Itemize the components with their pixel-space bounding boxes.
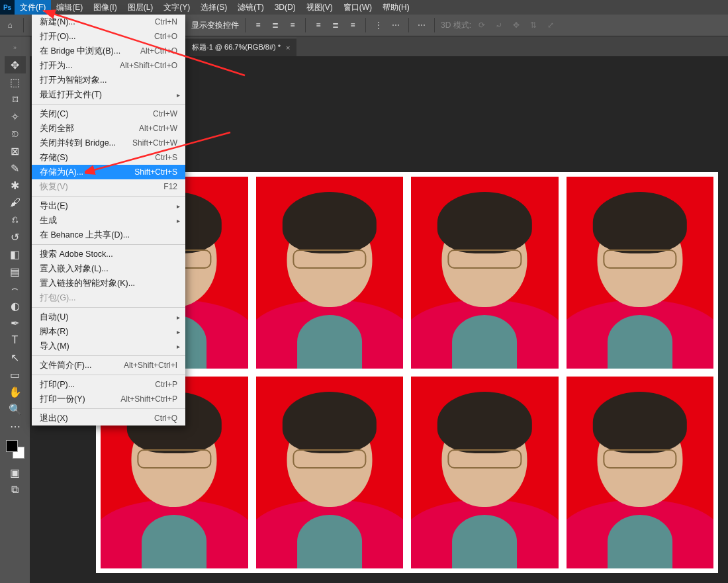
menu-separator — [32, 307, 185, 308]
fg-color[interactable] — [6, 440, 18, 452]
tool-type[interactable]: T — [5, 332, 26, 349]
distribute-h-icon[interactable]: ⋮ — [372, 19, 385, 32]
close-tab-icon[interactable]: × — [286, 44, 290, 52]
menu-item[interactable]: 新建(N)...Ctrl+N — [32, 15, 185, 29]
tool-brush[interactable]: 🖌 — [5, 194, 26, 211]
tool-pen[interactable]: ✒ — [5, 314, 26, 332]
menu-item[interactable]: 搜索 Adobe Stock... — [32, 247, 185, 261]
distribute-v-icon[interactable]: ⋯ — [389, 19, 402, 32]
menu-image[interactable]: 图像(I) — [88, 0, 122, 15]
tool-collapse-icon[interactable]: » — [5, 39, 26, 56]
menu-separator — [32, 244, 185, 245]
menu-edit[interactable]: 编辑(E) — [51, 0, 88, 15]
tool-rectangle[interactable]: ▭ — [5, 366, 26, 383]
mode3d-label: 3D 模式: — [441, 20, 471, 31]
menu-item[interactable]: 打开(O)...Ctrl+O — [32, 29, 185, 44]
menu-window[interactable]: 窗口(W) — [338, 0, 377, 15]
menu-file[interactable]: 文件(F) — [15, 0, 51, 15]
tool-move[interactable]: ✥ — [5, 56, 26, 73]
tool-gradient[interactable]: ▤ — [5, 263, 26, 280]
menu-select[interactable]: 选择(S) — [195, 0, 232, 15]
menu-item[interactable]: 关闭并转到 Bridge...Shift+Ctrl+W — [32, 136, 185, 150]
id-photo — [256, 377, 404, 568]
menu-separator — [32, 355, 185, 356]
tool-magic-wand[interactable]: ✧ — [5, 108, 26, 125]
menu-item-label: 导出(E) — [40, 201, 68, 212]
menu-item[interactable]: 关闭全部Alt+Ctrl+W — [32, 121, 185, 136]
menu-item[interactable]: 在 Bridge 中浏览(B)...Alt+Ctrl+O — [32, 44, 185, 58]
more-icon[interactable]: ⋯ — [415, 19, 428, 32]
document-tab[interactable]: 标题-1 @ 66.7%(RGB/8#) * × — [185, 38, 296, 56]
menu-item[interactable]: 退出(X)Ctrl+Q — [32, 411, 185, 426]
menu-item-label: 自动(U) — [40, 312, 68, 323]
tool-hand[interactable]: ✋ — [5, 383, 26, 400]
menu-item[interactable]: 关闭(C)Ctrl+W — [32, 107, 185, 121]
menu-item-label: 关闭全部 — [40, 123, 74, 134]
align-bottom-icon[interactable]: ≡ — [346, 19, 359, 32]
tool-zoom[interactable]: 🔍 — [5, 400, 26, 418]
edit-toolbar-icon[interactable]: ⋯ — [5, 418, 26, 435]
menu-item-label: 存储(S) — [40, 152, 68, 163]
menu-item-shortcut: Ctrl+Q — [154, 414, 177, 423]
align-top-icon[interactable]: ≡ — [312, 19, 325, 32]
screenmode-icon[interactable]: ⧉ — [5, 481, 26, 498]
menu-item[interactable]: 置入嵌入对象(L)... — [32, 261, 185, 276]
menu-filter[interactable]: 滤镜(T) — [232, 0, 269, 15]
quickmask-icon[interactable]: ▣ — [5, 464, 26, 481]
menu-help[interactable]: 帮助(H) — [377, 0, 415, 15]
align-left-icon[interactable]: ≡ — [251, 19, 265, 32]
menu-item[interactable]: 存储为(A)...Shift+Ctrl+S — [32, 165, 185, 179]
menu-item-shortcut: Ctrl+N — [155, 17, 177, 26]
tool-marquee[interactable]: ⬚ — [5, 73, 26, 91]
menu-item-label: 文件简介(F)... — [40, 360, 91, 371]
menu-item[interactable]: 打开为...Alt+Shift+Ctrl+O — [32, 58, 185, 73]
menu-item-shortcut: Shift+Ctrl+S — [134, 167, 177, 177]
menu-item[interactable]: 生成 — [32, 213, 185, 228]
align-hcenter-icon[interactable]: ≣ — [269, 19, 282, 32]
menu-item[interactable]: 存储(S)Ctrl+S — [32, 150, 185, 165]
toolbar-left: » ✥⬚⌑✧⟄⊠✎✱🖌⎌↺◧▤⌢◐✒T↖▭✋🔍 ⋯ ▣ ⧉ — [0, 36, 30, 583]
align-right-icon[interactable]: ≡ — [286, 19, 299, 32]
menu-item[interactable]: 脚本(R) — [32, 324, 185, 339]
menu-item[interactable]: 打印(P)...Ctrl+P — [32, 377, 185, 392]
menu-item[interactable]: 自动(U) — [32, 310, 185, 324]
menu-item-shortcut: Ctrl+O — [154, 32, 177, 41]
menu-item[interactable]: 文件简介(F)...Alt+Shift+Ctrl+I — [32, 358, 185, 373]
menu-item[interactable]: 打印一份(Y)Alt+Shift+Ctrl+P — [32, 392, 185, 406]
menu-view[interactable]: 视图(V) — [301, 0, 338, 15]
tool-path-select[interactable]: ↖ — [5, 349, 26, 366]
menu-item-label: 置入嵌入对象(L)... — [40, 263, 109, 275]
tool-dodge[interactable]: ◐ — [5, 297, 26, 314]
menu-item[interactable]: 置入链接的智能对象(K)... — [32, 276, 185, 291]
tool-clone[interactable]: ⎌ — [5, 211, 26, 228]
align-vcenter-icon[interactable]: ≣ — [329, 19, 342, 32]
menu-item-shortcut: Alt+Ctrl+W — [139, 124, 177, 133]
app-logo: Ps — [0, 0, 15, 15]
menu-item-label: 关闭(C) — [40, 109, 68, 120]
menu-item[interactable]: 导入(M) — [32, 339, 185, 353]
tool-eyedropper[interactable]: ✎ — [5, 159, 26, 177]
tool-spot-heal[interactable]: ✱ — [5, 177, 26, 194]
tool-eraser[interactable]: ◧ — [5, 246, 26, 263]
menu-item-label: 打印一份(Y) — [40, 394, 85, 405]
transform-controls-label: 显示变换控件 — [191, 20, 239, 31]
menu-item[interactable]: 在 Behance 上共享(D)... — [32, 228, 185, 242]
tool-blur[interactable]: ⌢ — [5, 280, 26, 297]
menu-layer[interactable]: 图层(L) — [122, 0, 159, 15]
menu-item-label: 脚本(R) — [40, 326, 68, 337]
menu-item-shortcut: Alt+Shift+Ctrl+P — [120, 394, 177, 404]
home-icon[interactable]: ⌂ — [3, 18, 17, 32]
tool-history-brush[interactable]: ↺ — [5, 228, 26, 246]
3d-slide-icon: ⇅ — [527, 19, 540, 32]
tool-crop[interactable]: ⟄ — [5, 125, 26, 142]
menu-item[interactable]: 最近打开文件(T) — [32, 87, 185, 102]
3d-roll-icon: ⤾ — [492, 19, 506, 32]
tool-frame[interactable]: ⊠ — [5, 142, 26, 159]
menu-item[interactable]: 导出(E) — [32, 199, 185, 213]
menu-type[interactable]: 文字(Y) — [158, 0, 195, 15]
menu-3d[interactable]: 3D(D) — [269, 0, 301, 15]
menu-item-shortcut: F12 — [163, 182, 177, 191]
menu-item[interactable]: 打开为智能对象... — [32, 73, 185, 87]
color-swatch[interactable] — [6, 440, 24, 459]
tool-lasso[interactable]: ⌑ — [5, 91, 26, 108]
